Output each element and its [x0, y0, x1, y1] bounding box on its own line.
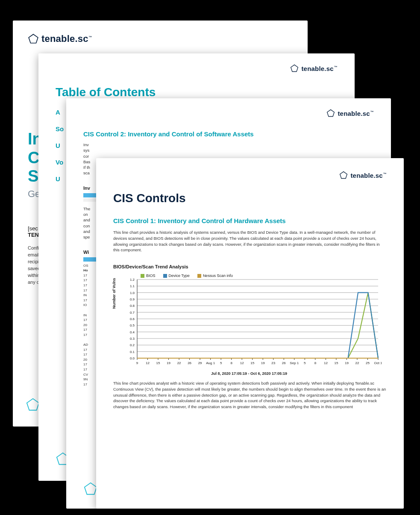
legend-item-device: Device Type: [163, 274, 190, 278]
svg-text:23: 23: [271, 361, 275, 365]
chart-ylabel: Number of Vulns: [112, 278, 116, 309]
brand-text: tenable.sc™: [350, 172, 387, 179]
svg-marker-5: [85, 483, 97, 494]
svg-text:19: 19: [345, 361, 349, 365]
brand-logo: tenable.sc™: [56, 64, 338, 73]
brand-logo: tenable.sc™: [83, 109, 374, 118]
section-body: This line chart provides a historic anal…: [113, 230, 387, 253]
legend-item-bios: BIOS: [141, 274, 156, 278]
svg-text:9: 9: [136, 361, 138, 365]
svg-text:1.2: 1.2: [130, 278, 135, 282]
chart-xcaption: Jul 8, 2020 17:05:19 - Oct 6, 2020 17:05…: [117, 371, 382, 376]
svg-text:19: 19: [167, 361, 170, 365]
brand-logo: tenable.sc™: [28, 33, 293, 44]
svg-text:12: 12: [324, 361, 328, 365]
pentagon-icon: [326, 109, 335, 118]
brand-logo: tenable.sc™: [113, 171, 387, 180]
svg-text:22: 22: [177, 361, 181, 365]
svg-text:8: 8: [314, 361, 317, 365]
svg-text:Oct 1: Oct 1: [374, 361, 382, 365]
svg-text:12: 12: [146, 361, 150, 365]
toc-heading: Table of Contents: [56, 85, 338, 99]
svg-marker-6: [340, 172, 347, 179]
svg-text:0.2: 0.2: [130, 343, 135, 347]
svg-text:15: 15: [250, 361, 254, 365]
pentagon-icon: [28, 33, 39, 44]
footer-pentagon-icon: [26, 397, 40, 414]
svg-marker-4: [327, 110, 335, 117]
brand-text: tenable.sc™: [301, 65, 338, 72]
svg-text:0.1: 0.1: [130, 350, 135, 354]
svg-marker-0: [29, 34, 38, 43]
svg-marker-2: [291, 65, 298, 72]
pentagon-icon: [339, 171, 348, 180]
svg-text:5: 5: [304, 361, 306, 365]
pentagon-icon: [290, 64, 299, 73]
brand-text: tenable.sc™: [338, 110, 374, 117]
svg-text:1.1: 1.1: [130, 284, 135, 288]
svg-text:25: 25: [366, 361, 370, 365]
footer-pentagon-icon: [83, 482, 98, 498]
svg-text:0.6: 0.6: [130, 317, 135, 321]
svg-text:Aug 1: Aug 1: [206, 361, 215, 365]
svg-text:29: 29: [198, 361, 202, 365]
svg-text:Sep 1: Sep 1: [290, 361, 299, 365]
line-chart: BIOS Device Type Nessus Scan info Number…: [117, 273, 382, 375]
svg-marker-1: [27, 399, 39, 410]
brand-text: tenable.sc™: [41, 33, 92, 44]
svg-text:0.9: 0.9: [130, 297, 135, 301]
svg-text:8: 8: [230, 361, 232, 365]
legend-item-nessus: Nessus Scan info: [197, 274, 233, 278]
section-heading: CIS Control 1: Inventory and Control of …: [113, 217, 387, 224]
svg-text:26: 26: [282, 361, 286, 365]
report-page-4: tenable.sc™ CIS Controls CIS Control 1: …: [96, 158, 404, 509]
svg-text:15: 15: [334, 361, 338, 365]
svg-text:0.7: 0.7: [130, 311, 135, 315]
svg-text:12: 12: [240, 361, 244, 365]
svg-text:0.8: 0.8: [130, 304, 135, 308]
svg-text:0.4: 0.4: [130, 330, 135, 334]
svg-text:5: 5: [220, 361, 222, 365]
svg-text:0.0: 0.0: [130, 356, 135, 360]
chart-canvas: 0.00.10.20.30.40.50.60.70.80.91.01.11.29…: [117, 273, 382, 369]
chart-title: BIOS/Device/Scan Trend Analysis: [113, 264, 387, 269]
svg-text:19: 19: [261, 361, 265, 365]
svg-text:0.3: 0.3: [130, 337, 135, 341]
svg-text:1.0: 1.0: [130, 291, 135, 295]
section-body: This line chart provides analyst with a …: [113, 380, 387, 410]
chart-legend: BIOS Device Type Nessus Scan info: [141, 274, 233, 278]
section-heading: CIS Control 2: Inventory and Control of …: [83, 130, 374, 138]
svg-text:22: 22: [355, 361, 359, 365]
page-title: CIS Controls: [113, 191, 387, 205]
svg-text:15: 15: [156, 361, 160, 365]
svg-text:26: 26: [188, 361, 191, 365]
svg-text:0.5: 0.5: [130, 324, 135, 327]
